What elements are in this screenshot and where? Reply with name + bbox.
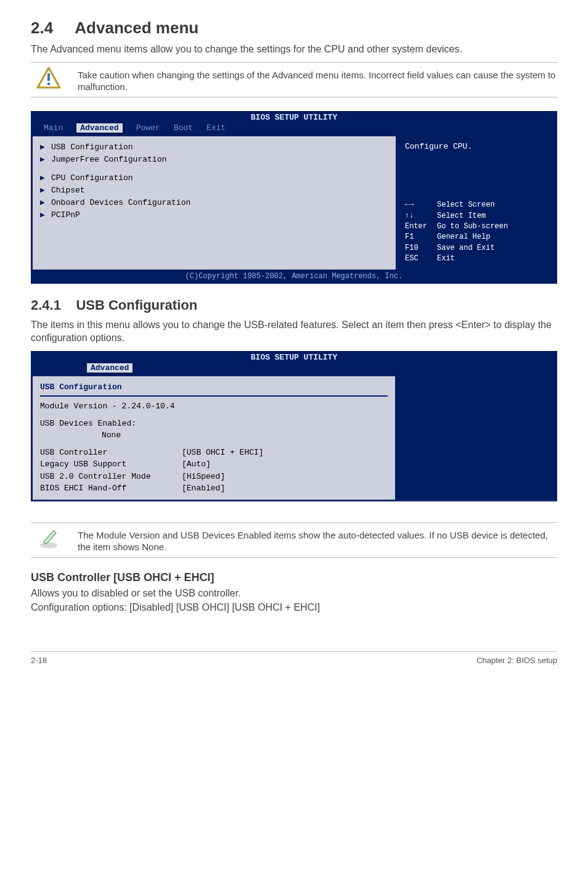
bios-title: BIOS SETUP UTILITY [31, 112, 557, 122]
bios-title: BIOS SETUP UTILITY [31, 352, 557, 362]
setting-value: [HiSpeed] [182, 471, 225, 483]
subsection-number: 2.4.1 [31, 297, 61, 313]
subsection-title-text: USB Configuration [76, 297, 197, 313]
bios-tab-bar: Main Advanced Power Boot Exit [31, 122, 557, 135]
help-key: Enter [405, 221, 431, 232]
bios-tab-bar: Advanced [31, 362, 557, 375]
bios-right-panel: Configure CPU. ←→Select Screen ↑↓Select … [396, 135, 557, 271]
help-key: F10 [405, 243, 431, 254]
bios-footer: (C)Copyright 1985-2002, American Megatre… [31, 271, 557, 283]
bios-usb-configuration: BIOS SETUP UTILITY Advanced USB Configur… [31, 351, 557, 501]
submenu-label: Chipset [51, 184, 85, 197]
setting-legacy-usb-support[interactable]: Legacy USB Support[Auto] [40, 458, 388, 471]
help-key: ←→ [405, 200, 431, 210]
tab-power[interactable]: Power [136, 123, 160, 133]
caution-text: Take caution when changing the settings … [78, 67, 557, 93]
setting-value: [Auto] [182, 458, 211, 471]
setting-key: Legacy USB Support [40, 458, 182, 471]
submenu-label: USB Configuration [51, 141, 133, 154]
tab-exit[interactable]: Exit [206, 123, 226, 133]
svg-point-3 [40, 542, 57, 548]
section-title-text: Advanced menu [75, 19, 198, 37]
submenu-onboard-devices-configuration[interactable]: ▶Onboard Devices Configuration [40, 197, 388, 209]
svg-rect-1 [47, 73, 50, 81]
submenu-label: CPU Configuration [51, 172, 133, 184]
help-key: F1 [405, 232, 431, 242]
section-number: 2.4 [31, 19, 53, 37]
submenu-label: Onboard Devices Configuration [51, 197, 190, 209]
config-options: Configuration options: [Disabled] [USB O… [31, 601, 557, 614]
bios-setup-utility: BIOS SETUP UTILITY Main Advanced Power B… [31, 111, 557, 284]
submenu-arrow-icon: ▶ [40, 154, 46, 166]
setting-value: [Enabled] [182, 482, 225, 495]
help-key: ↑↓ [405, 211, 431, 221]
bios-usb-left-panel: USB Configuration Module Version - 2.24.… [31, 375, 396, 501]
module-version-line: Module Version - 2.24.0-10.4 [40, 400, 388, 413]
setting-key: USB Controller [40, 447, 182, 459]
divider [40, 395, 388, 397]
setting-key: BIOS EHCI Hand-Off [40, 482, 182, 495]
bios-help-keys: ←→Select Screen ↑↓Select Item EnterGo to… [405, 200, 548, 264]
submenu-arrow-icon: ▶ [40, 172, 46, 184]
svg-rect-2 [47, 83, 50, 85]
setting-bios-ehci-handoff[interactable]: BIOS EHCI Hand-Off[Enabled] [40, 482, 388, 495]
fade-overlay [31, 499, 557, 518]
submenu-arrow-icon: ▶ [40, 209, 46, 221]
usb-config-header: USB Configuration [40, 381, 388, 394]
setting-usb-2-controller-mode[interactable]: USB 2.0 Controller Mode[HiSpeed] [40, 471, 388, 483]
submenu-arrow-icon: ▶ [40, 197, 46, 209]
subsection-intro: The items in this menu allows you to cha… [31, 318, 557, 345]
page-title: 2.4 Advanced menu [31, 19, 557, 38]
help-key-label: Select Item [437, 211, 486, 221]
tab-main[interactable]: Main [44, 123, 63, 133]
submenu-usb-configuration[interactable]: ▶USB Configuration [40, 141, 388, 154]
help-key-label: General Help [437, 232, 490, 242]
setting-key: USB 2.0 Controller Mode [40, 471, 182, 483]
note-text: The Module Version and USB Devices Enabl… [78, 527, 557, 553]
help-key-label: Select Screen [437, 200, 495, 210]
submenu-cpu-configuration[interactable]: ▶CPU Configuration [40, 172, 388, 184]
help-key-label: Save and Exit [437, 243, 495, 254]
submenu-label: PCIPnP [51, 209, 80, 221]
caution-icon [31, 67, 67, 89]
help-key: ESC [405, 254, 431, 264]
bios-left-panel: ▶USB Configuration ▶JumperFree Configura… [31, 135, 396, 271]
tab-advanced[interactable]: Advanced [87, 363, 133, 373]
note-callout: The Module Version and USB Devices Enabl… [31, 522, 557, 558]
config-description: Allows you to disabled or set the USB co… [31, 587, 557, 600]
subsection-title: 2.4.1 USB Configuration [31, 297, 557, 313]
bios-usb-right-panel [396, 375, 557, 501]
help-key-label: Exit [437, 254, 455, 264]
bios-help-text: Configure CPU. [405, 141, 548, 153]
footer-page-number: 2-18 [31, 656, 47, 665]
submenu-chipset[interactable]: ▶Chipset [40, 184, 388, 197]
submenu-pcipnp[interactable]: ▶PCIPnP [40, 209, 388, 221]
help-key-label: Go to Sub-screen [437, 221, 508, 232]
devices-enabled-value: None [40, 429, 388, 442]
setting-value: [USB OHCI + EHCI] [182, 447, 264, 459]
setting-usb-controller[interactable]: USB Controller[USB OHCI + EHCI] [40, 447, 388, 459]
note-icon [31, 527, 67, 549]
submenu-label: JumperFree Configuration [51, 154, 166, 166]
submenu-arrow-icon: ▶ [40, 141, 46, 154]
tab-advanced[interactable]: Advanced [76, 123, 122, 133]
page-footer: 2-18 Chapter 2: BIOS setup [31, 651, 557, 665]
submenu-jumperfree-configuration[interactable]: ▶JumperFree Configuration [40, 154, 388, 166]
devices-enabled-label: USB Devices Enabled: [40, 418, 388, 430]
tab-boot[interactable]: Boot [174, 123, 193, 133]
config-heading: USB Controller [USB OHCI + EHCI] [31, 571, 557, 584]
section-intro: The Advanced menu items allow you to cha… [31, 43, 557, 56]
caution-callout: Take caution when changing the settings … [31, 62, 557, 97]
submenu-arrow-icon: ▶ [40, 184, 46, 197]
footer-chapter: Chapter 2: BIOS setup [476, 656, 557, 665]
